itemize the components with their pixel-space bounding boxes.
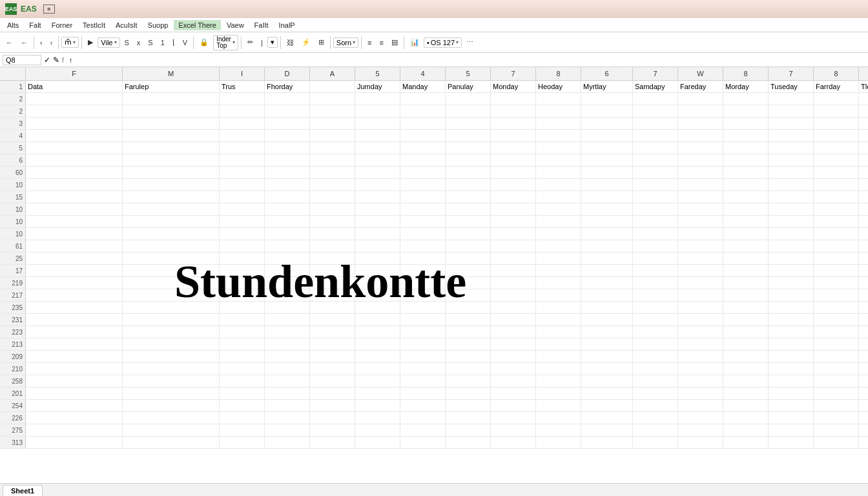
grid-cell[interactable] <box>220 130 265 141</box>
grid-cell[interactable] <box>723 437 769 448</box>
grid-cell[interactable] <box>814 142 859 154</box>
grid-cell[interactable] <box>723 240 769 252</box>
grid-cell[interactable] <box>859 277 868 289</box>
grid-cell[interactable] <box>491 351 536 362</box>
grid-cell[interactable] <box>123 93 220 105</box>
back-button[interactable]: ‹ <box>37 37 46 48</box>
grid-cell[interactable] <box>123 277 220 289</box>
grid-cell[interactable] <box>769 191 814 203</box>
grid-cell[interactable] <box>536 424 581 436</box>
grid-cell[interactable] <box>581 203 633 215</box>
grid-cell[interactable] <box>723 388 769 399</box>
grid-cell[interactable] <box>491 216 536 227</box>
grid-cell[interactable] <box>123 302 220 313</box>
grid-cell[interactable] <box>400 130 446 141</box>
grid-cell[interactable] <box>633 142 678 154</box>
grid-cell[interactable] <box>491 375 536 387</box>
grid-cell[interactable] <box>723 105 769 117</box>
grid-cell[interactable] <box>814 253 859 264</box>
grid-cell[interactable] <box>26 93 123 105</box>
grid-cell[interactable] <box>814 277 859 289</box>
grid-cell[interactable] <box>859 363 868 375</box>
grid-cell[interactable] <box>491 314 536 326</box>
grid-cell[interactable] <box>491 253 536 264</box>
grid-cell[interactable] <box>678 240 723 252</box>
grid-cell[interactable] <box>26 302 123 313</box>
grid-cell[interactable] <box>581 105 633 117</box>
grid-cell[interactable] <box>581 253 633 264</box>
grid-cell[interactable]: Morday <box>723 81 769 92</box>
grid-cell[interactable] <box>723 314 769 326</box>
grid-cell[interactable] <box>581 326 633 338</box>
grid-cell[interactable] <box>446 424 491 436</box>
grid-cell[interactable]: Fareday <box>678 81 723 92</box>
grid-cell[interactable] <box>859 240 868 252</box>
grid-cell[interactable] <box>310 289 355 301</box>
grid-cell[interactable] <box>26 130 123 141</box>
grid-cell[interactable] <box>265 240 310 252</box>
grid-cell[interactable] <box>310 375 355 387</box>
grid-cell[interactable] <box>26 375 123 387</box>
grid-cell[interactable] <box>265 338 310 350</box>
grid-cell[interactable]: Trus <box>220 81 265 92</box>
grid-cell[interactable] <box>723 93 769 105</box>
grid-cell[interactable] <box>678 191 723 203</box>
grid-cell[interactable] <box>859 302 868 313</box>
grid-cell[interactable] <box>536 130 581 141</box>
size-x-button[interactable]: x <box>134 37 144 48</box>
grid-cell[interactable] <box>814 326 859 338</box>
grid-cell[interactable] <box>26 363 123 375</box>
grid-cell[interactable] <box>581 154 633 166</box>
grid-cell[interactable] <box>446 93 491 105</box>
grid-cell[interactable] <box>26 314 123 326</box>
grid-cell[interactable] <box>123 130 220 141</box>
grid-cell[interactable] <box>355 289 400 301</box>
grid-cell[interactable] <box>26 265 123 276</box>
grid-cell[interactable] <box>769 388 814 399</box>
grid-cell[interactable] <box>491 388 536 399</box>
grid-cell[interactable] <box>220 351 265 362</box>
grid-cell[interactable] <box>355 154 400 166</box>
grid-cell[interactable] <box>769 302 814 313</box>
grid-cell[interactable] <box>859 203 868 215</box>
grid-cell[interactable] <box>814 314 859 326</box>
grid-cell[interactable] <box>26 437 123 448</box>
grid-cell[interactable] <box>446 253 491 264</box>
grid-cell[interactable] <box>123 203 220 215</box>
grid-cell[interactable] <box>769 228 814 240</box>
grid-cell[interactable] <box>491 302 536 313</box>
grid-cell[interactable] <box>26 240 123 252</box>
grid-cell[interactable] <box>723 363 769 375</box>
grid-cell[interactable] <box>814 216 859 227</box>
grid-cell[interactable] <box>265 388 310 399</box>
grid-cell[interactable] <box>678 277 723 289</box>
grid-cell[interactable]: Tuseday <box>769 81 814 92</box>
grid-cell[interactable] <box>220 375 265 387</box>
grid-cell[interactable] <box>310 105 355 117</box>
grid-cell[interactable] <box>859 93 868 105</box>
grid-cell[interactable] <box>633 388 678 399</box>
grid-cell[interactable] <box>536 154 581 166</box>
grid-cell[interactable] <box>678 167 723 178</box>
grid-cell[interactable] <box>220 338 265 350</box>
grid-cell[interactable] <box>633 326 678 338</box>
grid-cell[interactable] <box>310 179 355 191</box>
grid-cell[interactable] <box>723 216 769 227</box>
grid-cell[interactable] <box>536 142 581 154</box>
grid-cell[interactable] <box>581 216 633 227</box>
grid-cell[interactable] <box>633 179 678 191</box>
grid-cell[interactable] <box>310 191 355 203</box>
grid-cell[interactable] <box>723 253 769 264</box>
grid-cell[interactable] <box>446 240 491 252</box>
grid-cell[interactable] <box>769 289 814 301</box>
grid-cell[interactable] <box>310 265 355 276</box>
grid-cell[interactable] <box>769 277 814 289</box>
grid-cell[interactable] <box>678 351 723 362</box>
grid-cell[interactable] <box>446 191 491 203</box>
grid-cell[interactable] <box>400 105 446 117</box>
grid-cell[interactable] <box>678 375 723 387</box>
grid-cell[interactable] <box>814 105 859 117</box>
grid-cell[interactable] <box>446 400 491 411</box>
grid-cell[interactable] <box>491 326 536 338</box>
grid-cell[interactable] <box>400 142 446 154</box>
